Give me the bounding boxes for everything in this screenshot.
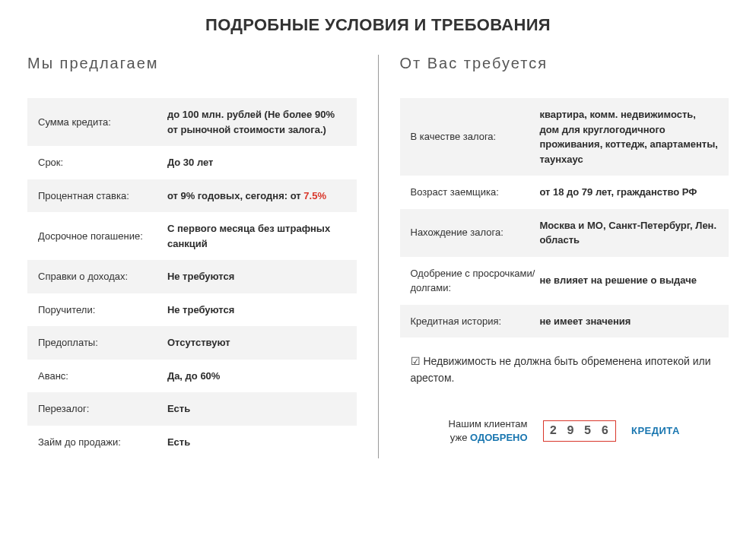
accent-rate: 7.5%: [303, 190, 326, 201]
table-row: Поручители: Не требуются: [27, 293, 357, 327]
table-row: Срок: До 30 лет: [27, 146, 357, 179]
left-rows: Сумма кредита: до 100 млн. рублей (Не бо…: [27, 98, 357, 458]
row-label: Кредитная история:: [411, 314, 540, 329]
table-row: Досрочное погашение: С первого месяца бе…: [27, 212, 357, 260]
table-row: Одобрение с просрочками/долгами: не влия…: [400, 257, 729, 305]
row-label: Поручители:: [38, 303, 167, 318]
left-column: Мы предлагаем Сумма кредита: до 100 млн.…: [27, 55, 379, 458]
table-row: Справки о доходах: Не требуются: [27, 260, 357, 293]
row-label: Предоплаты:: [38, 335, 167, 350]
row-value: до 100 млн. рублей (Не более 90% от рыно…: [167, 107, 346, 137]
row-value: не имеет значения: [539, 314, 718, 329]
approved-box: Нашим клиентам уже ОДОБРЕНО 2 9 5 6 КРЕД…: [400, 417, 729, 445]
row-label: Процентная ставка:: [38, 189, 167, 204]
right-rows: В качестве залога: квартира, комм. недви…: [400, 98, 729, 338]
left-heading: Мы предлагаем: [27, 55, 357, 72]
row-label: Досрочное погашение:: [38, 229, 167, 244]
counter-digit: 6: [601, 424, 609, 438]
row-label: Одобрение с просрочками/долгами:: [411, 266, 540, 296]
row-label: Займ до продажи:: [38, 435, 167, 450]
row-label: В качестве залога:: [411, 129, 540, 144]
table-row: Сумма кредита: до 100 млн. рублей (Не бо…: [27, 98, 357, 146]
row-value: С первого месяца без штрафных санкций: [167, 221, 346, 251]
approved-suffix: КРЕДИТА: [631, 425, 680, 436]
row-value: Не требуются: [167, 269, 346, 284]
row-value: Да, до 60%: [167, 369, 346, 384]
table-row: В качестве залога: квартира, комм. недви…: [400, 98, 729, 176]
row-value: квартира, комм. недвижимость, дом для кр…: [539, 107, 718, 166]
approved-counter: 2 9 5 6: [543, 420, 616, 442]
approved-accent: ОДОБРЕНО: [470, 432, 528, 443]
row-label: Перезалог:: [38, 401, 167, 417]
page-title: ПОДРОБНЫЕ УСЛОВИЯ И ТРЕБОВАНИЯ: [27, 15, 729, 35]
table-row: Предоплаты: Отсутствуют: [27, 326, 357, 360]
table-row: Кредитная история: не имеет значения: [400, 305, 729, 338]
approved-line2: уже ОДОБРЕНО: [449, 431, 528, 445]
row-value: не влияет на решение о выдаче: [539, 273, 718, 288]
table-row: Нахождение залога: Москва и МО, Санкт-Пе…: [400, 209, 729, 257]
table-row: Аванс: Да, до 60%: [27, 360, 357, 393]
row-value: Есть: [167, 401, 346, 417]
table-row: Займ до продажи: Есть: [27, 426, 357, 459]
row-value: До 30 лет: [167, 155, 346, 170]
row-value: Есть: [167, 435, 346, 450]
table-row: Возраст заемщика: от 18 до 79 лет, гражд…: [400, 176, 729, 209]
row-value: от 9% годовых, сегодня: от 7.5%: [167, 189, 346, 204]
columns-wrapper: Мы предлагаем Сумма кредита: до 100 млн.…: [27, 55, 729, 458]
counter-digit: 9: [567, 424, 575, 438]
row-label: Справки о доходах:: [38, 269, 167, 284]
counter-digit: 5: [584, 424, 592, 438]
table-row: Процентная ставка: от 9% годовых, сегодн…: [27, 179, 357, 213]
row-value: Отсутствуют: [167, 335, 346, 350]
table-row: Перезалог: Есть: [27, 392, 357, 426]
row-label: Сумма кредита:: [38, 115, 167, 130]
row-value: Не требуются: [167, 303, 346, 318]
row-label: Срок:: [38, 155, 167, 170]
row-label: Аванс:: [38, 369, 167, 384]
row-value: Москва и МО, Санкт-Петербург, Лен. облас…: [539, 218, 718, 248]
approved-text: Нашим клиентам уже ОДОБРЕНО: [449, 417, 528, 445]
right-heading: От Вас требуется: [400, 55, 729, 72]
property-note: ☑ Недвижимость не должна быть обременена…: [400, 353, 729, 387]
row-label: Возраст заемщика:: [411, 185, 540, 200]
row-label: Нахождение залога:: [411, 225, 540, 240]
approved-line1: Нашим клиентам: [449, 417, 528, 431]
counter-digit: 2: [550, 424, 558, 438]
right-column: От Вас требуется В качестве залога: квар…: [379, 55, 729, 458]
row-value: от 18 до 79 лет, гражданство РФ: [539, 185, 718, 200]
